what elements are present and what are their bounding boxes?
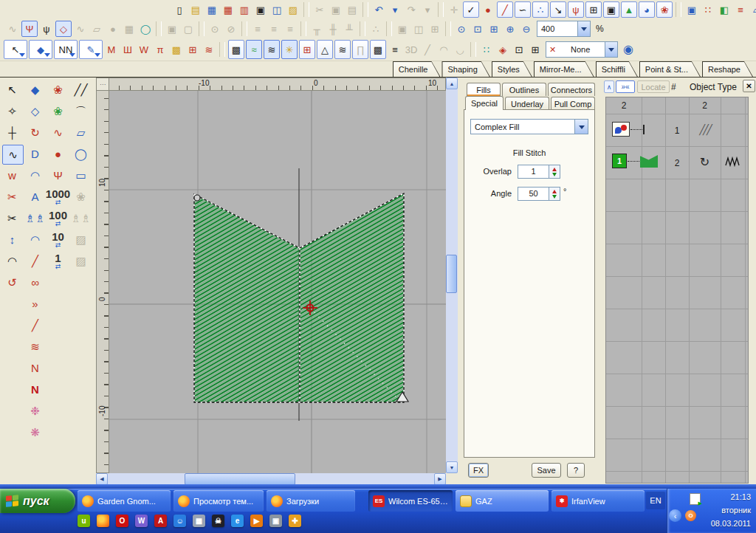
space-evenly-disabled[interactable]: ╨	[342, 21, 357, 36]
comb-stitch[interactable]: π	[153, 41, 168, 58]
scroll-down-icon[interactable]: ▼	[446, 461, 458, 473]
polygon-nodes[interactable]: ◇	[55, 21, 72, 37]
task-zagruzki[interactable]: Загрузки	[267, 490, 355, 512]
chevron-down-icon[interactable]	[577, 21, 590, 36]
tab-connectors[interactable]: Connectors	[548, 83, 595, 96]
scroll-left-icon[interactable]: ◀	[96, 473, 108, 485]
run-stitch[interactable]: ╱	[25, 252, 45, 270]
copy[interactable]: ▣	[329, 2, 343, 17]
e-stitch[interactable]: Ш	[120, 41, 135, 58]
rectangle-tool[interactable]: ▭	[71, 166, 91, 185]
wave-fill[interactable]: ⊞	[299, 40, 315, 59]
bubble-b-disabled[interactable]: ◡	[453, 41, 467, 58]
chevron-down-icon[interactable]	[574, 120, 588, 134]
tab-shaping[interactable]: Shaping	[441, 61, 489, 77]
view-background[interactable]: ▲	[621, 1, 637, 18]
paste[interactable]: ▤	[345, 2, 360, 17]
scroll-up-icon[interactable]: ▲	[446, 78, 458, 89]
zoom-object[interactable]: ⊡	[470, 21, 485, 36]
task-gaz[interactable]: GAZ	[456, 490, 549, 512]
stitch-ring[interactable]: ◯	[138, 21, 153, 36]
task-garden-gnome[interactable]: Garden Gnom...	[78, 490, 171, 512]
task-wilcom[interactable]: ESWilcom ES-65 ...	[368, 490, 453, 512]
ql-messenger[interactable]: ☺	[173, 515, 186, 527]
contour-lines[interactable]: ≡	[388, 41, 402, 58]
tab-fills[interactable]: Fills	[467, 83, 501, 96]
fill-object-thumbnail[interactable]	[640, 154, 658, 168]
view-grid[interactable]: ⊞	[585, 1, 602, 18]
ellipse-tool[interactable]: ◯	[71, 145, 91, 163]
ql-photo-viewer[interactable]: ▣	[269, 515, 282, 527]
list-row-color-1[interactable]	[612, 122, 645, 137]
bean-stitch[interactable]: ●	[48, 145, 68, 163]
zoom-out[interactable]: ⊖	[519, 21, 534, 36]
select-object[interactable]: ↖	[2, 80, 22, 99]
entry-point-marker[interactable]	[194, 195, 200, 201]
chain-stitch[interactable]: ∞	[25, 273, 45, 292]
zoom-1-1[interactable]: ⊙	[454, 21, 469, 36]
stitch-list[interactable]: ≡	[733, 2, 748, 17]
pin-tool[interactable]: ψ	[39, 21, 54, 36]
tab-pull-comp[interactable]: Pull Comp	[551, 97, 595, 110]
tatami-fill[interactable]: ▩	[169, 41, 184, 58]
ql-defender[interactable]: ✚	[289, 515, 301, 527]
view-stitch-points[interactable]: ∴	[532, 1, 549, 18]
space-horizontal-disabled[interactable]: ╥	[309, 21, 324, 36]
cut[interactable]: ✂	[312, 2, 327, 17]
mirror-shape[interactable]: ▱	[71, 123, 91, 142]
offset-disabled[interactable]: ▱	[89, 21, 104, 36]
view-hatchings[interactable]: ╱	[497, 1, 513, 18]
shrink-button[interactable]: »«	[616, 80, 635, 93]
unlock-disabled[interactable]: ⊘	[224, 21, 238, 36]
thread-colors[interactable]: ∷	[701, 2, 715, 17]
rotate-tool[interactable]: ↻	[25, 123, 45, 142]
undo-list[interactable]: ▾	[388, 2, 402, 17]
language-indicator[interactable]: EN	[646, 492, 665, 509]
node-select[interactable]: ┼	[2, 123, 22, 142]
select-tool[interactable]: ↖	[4, 40, 27, 59]
ql-daemon-tools[interactable]: ☠	[212, 515, 224, 527]
color-blending[interactable]: ∷	[479, 41, 494, 58]
tab-chenille[interactable]: Chenille	[393, 61, 441, 77]
align-center-disabled[interactable]: ≡	[267, 21, 281, 36]
satin-width[interactable]: ∿	[48, 123, 68, 142]
view-needle-points[interactable]: ψ	[568, 1, 584, 18]
stitch-canvas[interactable]	[109, 91, 446, 473]
stitch-select[interactable]: ∿	[2, 145, 24, 165]
zoom-in[interactable]: ⊕	[503, 21, 518, 36]
lock-disabled[interactable]: ⊙	[207, 21, 222, 36]
magic-wand[interactable]: ✛	[447, 2, 461, 17]
stitch-cut[interactable]: ✂	[2, 188, 22, 206]
needle-point[interactable]: Ψ	[21, 21, 38, 37]
flower-spacing[interactable]: ❀	[48, 80, 68, 99]
buttonhole-tool[interactable]: ❉	[25, 402, 45, 420]
rotate-object-icon[interactable]: ↻	[689, 155, 721, 169]
tab-special[interactable]: Special	[465, 96, 504, 110]
tray-sync-icon[interactable]	[690, 493, 701, 505]
sequence-join-disabled[interactable]: ⊞	[427, 21, 442, 36]
tab-reshape[interactable]: Reshape	[702, 61, 753, 77]
tab-schiffli[interactable]: Schiffli	[596, 61, 638, 77]
punch-tool[interactable]: ∿	[5, 21, 20, 36]
fill-type-combo[interactable]: Complex Fill	[470, 119, 588, 134]
fan-tool[interactable]: ◠	[2, 252, 22, 270]
program-split[interactable]: ⊞	[185, 41, 200, 58]
print-preview[interactable]: ◫	[269, 2, 284, 17]
overlap-field[interactable]: 1	[518, 165, 560, 179]
motif-stitch[interactable]: W	[137, 41, 151, 58]
close-icon[interactable]: ✕	[743, 80, 755, 92]
design-options[interactable]: ✓	[463, 1, 479, 18]
lettering-a[interactable]: A	[25, 188, 45, 206]
bridge-tool[interactable]: ◠	[25, 166, 45, 185]
zoom-factor-combo[interactable]: 400	[537, 21, 591, 37]
zigzag-run[interactable]: ≋	[25, 337, 45, 356]
locate-button[interactable]: Locate	[637, 80, 670, 93]
reshape-tool[interactable]: ◆	[29, 40, 52, 59]
tray-agent-icon[interactable]: O	[685, 510, 696, 521]
align-right-disabled[interactable]: ≡	[283, 21, 298, 36]
chevron-down-icon[interactable]	[605, 42, 617, 57]
space-vertical-disabled[interactable]: ╫	[326, 21, 340, 36]
arc-reshape[interactable]: ◠	[25, 230, 45, 249]
ql-opera[interactable]: O	[116, 515, 128, 527]
arc-tool[interactable]: ⌒	[71, 102, 91, 120]
